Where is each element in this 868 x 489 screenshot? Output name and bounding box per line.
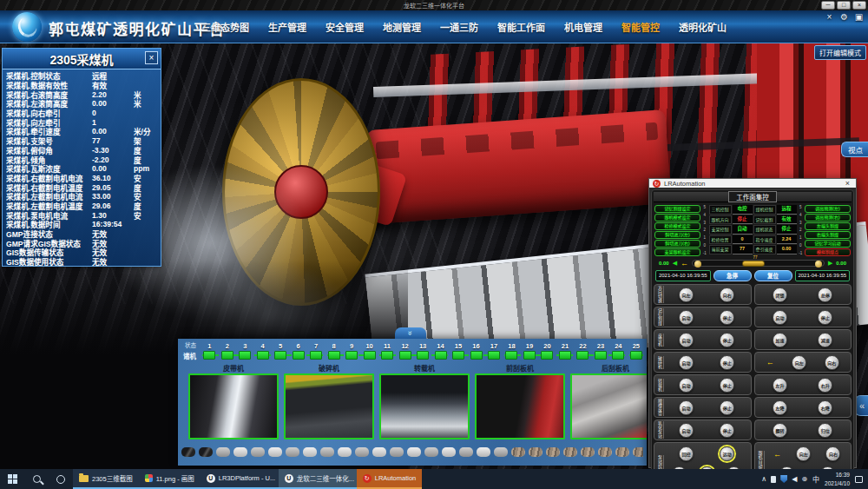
filmstrip-frame[interactable]	[216, 447, 230, 457]
filmstrip-frame[interactable]	[633, 447, 643, 457]
control-button[interactable]: 向左	[679, 287, 694, 302]
taskbar-item[interactable]: 2305三维截图	[73, 469, 139, 489]
control-button[interactable]: 远动	[720, 446, 734, 461]
filmstrip-frame[interactable]	[442, 447, 456, 457]
mode-button[interactable]: 检修模式设定	[654, 222, 700, 230]
filmstrip-frame[interactable]	[338, 447, 352, 457]
camera-feed[interactable]	[570, 373, 647, 439]
camera-feed[interactable]	[379, 373, 470, 439]
filmstrip-frame[interactable]	[459, 447, 473, 457]
filmstrip-frame[interactable]	[581, 447, 595, 457]
nav-item[interactable]: 智能工作面	[497, 20, 545, 34]
control-button[interactable]: 停止	[720, 378, 734, 393]
control-button[interactable]: 启动	[679, 333, 694, 347]
control-button[interactable]: 总停	[818, 287, 832, 302]
control-button[interactable]: 向左	[792, 355, 806, 370]
control-button[interactable]: 停止	[720, 333, 734, 347]
taskbar-item[interactable]: ↻LRAutomation	[357, 469, 423, 489]
control-button[interactable]: 闭锁	[773, 287, 787, 302]
window-titlebar[interactable]: 龙软二三维一体化平台 ─ □ ×	[0, 0, 868, 10]
restore-icon[interactable]: ▣	[853, 12, 865, 22]
control-button[interactable]: 回控	[679, 446, 694, 461]
defender-shield-icon[interactable]	[780, 475, 787, 483]
control-button[interactable]: 停止	[720, 310, 734, 325]
mode-button[interactable]: 支架跟机设定	[654, 248, 700, 256]
volume-icon[interactable]: ◀	[792, 475, 797, 483]
mode-button[interactable]: 调高预测(右)	[805, 214, 851, 221]
mode-button[interactable]: 跟机模式设定	[654, 214, 700, 221]
filmstrip-frame[interactable]	[598, 447, 612, 457]
gear-icon[interactable]: ⚙	[838, 12, 850, 22]
control-button[interactable]: 加速	[773, 333, 787, 347]
control-button[interactable]: 启动	[679, 378, 694, 393]
filmstrip-frame[interactable]	[320, 447, 334, 457]
filmstrip-frame[interactable]	[563, 447, 577, 457]
control-button[interactable]: 翻转	[773, 423, 787, 438]
action-center-icon[interactable]	[855, 476, 863, 483]
tools-icon[interactable]: ×	[824, 12, 835, 22]
filmstrip-frame[interactable]	[372, 447, 386, 457]
control-button[interactable]: 左降	[773, 400, 787, 415]
filmstrip-frame[interactable]	[390, 447, 404, 457]
camera-feed[interactable]	[475, 373, 565, 439]
control-button[interactable]: 向右	[720, 287, 734, 302]
filmstrip-frame[interactable]	[424, 447, 438, 457]
filmstrip-frame[interactable]	[494, 447, 508, 457]
camera-feed[interactable]	[284, 373, 374, 439]
cortana-button[interactable]	[49, 469, 73, 489]
camera-feed[interactable]	[188, 373, 279, 439]
filmstrip-frame[interactable]	[181, 447, 195, 457]
control-button[interactable]: 停止	[818, 310, 832, 325]
filmstrip-frame[interactable]	[286, 447, 299, 457]
control-button[interactable]: 右降	[818, 400, 832, 415]
control-button[interactable]: 右升	[818, 378, 832, 393]
filmstrip-frame[interactable]	[407, 447, 421, 457]
mode-button[interactable]: 调高预测(左)	[805, 205, 851, 213]
taskbar-item[interactable]: 11.png - 画图	[139, 469, 201, 489]
nav-item[interactable]: 机电管理	[564, 20, 602, 34]
control-button[interactable]: 停止	[720, 355, 734, 370]
filmstrip-frame[interactable]	[303, 447, 317, 457]
control-button[interactable]: 停止	[720, 400, 734, 415]
nav-item[interactable]: 安全管理	[326, 20, 364, 34]
control-button[interactable]: 归位	[818, 423, 832, 438]
control-button[interactable]: 向右	[825, 446, 840, 461]
simulate-cut-button[interactable]: 模拟割煤点	[805, 248, 851, 256]
clock[interactable]: 16:39 2021/4/10	[825, 471, 850, 486]
control-button[interactable]: 启动	[679, 355, 694, 370]
control-button[interactable]: 停止	[720, 423, 734, 438]
filmstrip-frame[interactable]	[615, 447, 629, 457]
chevron-up-icon[interactable]: ∧	[761, 475, 766, 483]
timeline-filmstrip[interactable]	[181, 445, 643, 459]
nav-item[interactable]: 透明化矿山	[679, 20, 727, 34]
control-button[interactable]: 左升	[773, 378, 787, 393]
nav-item[interactable]: 地测管理	[383, 20, 421, 34]
filmstrip-frame[interactable]	[546, 447, 560, 457]
nav-item[interactable]: 智能管控	[621, 20, 660, 34]
control-button[interactable]: 启动	[679, 310, 694, 325]
mode-button[interactable]: 左端头割煤	[805, 222, 851, 230]
shearer-position-slider[interactable]: 77	[692, 260, 825, 267]
mode-button[interactable]: 记忆学习启动	[805, 240, 851, 248]
control-button[interactable]: 启动	[679, 423, 694, 438]
filmstrip-frame[interactable]	[233, 447, 247, 457]
nav-item[interactable]: 生产管理	[268, 20, 306, 34]
minimize-button[interactable]: ─	[821, 1, 835, 10]
search-button[interactable]	[24, 469, 49, 489]
reset-button[interactable]: 复位	[754, 270, 792, 281]
maximize-button[interactable]: □	[837, 1, 851, 10]
taskbar-item[interactable]: ULR3DPlatform - U...	[201, 469, 279, 489]
lrautomation-titlebar[interactable]: ↻ LRAutomation ×	[649, 179, 856, 188]
collapse-camera-panel-button[interactable]: «	[395, 327, 426, 339]
mode-button[interactable]: 右端头割煤	[805, 231, 851, 239]
filmstrip-frame[interactable]	[199, 447, 213, 457]
filmstrip-frame[interactable]	[511, 447, 525, 457]
control-button[interactable]: 向右	[825, 355, 839, 370]
start-button[interactable]	[0, 469, 24, 489]
filmstrip-frame[interactable]	[477, 447, 490, 457]
control-button[interactable]: 启动	[773, 310, 787, 325]
filmstrip-frame[interactable]	[268, 447, 282, 457]
ime-indicator[interactable]: 中	[812, 474, 819, 484]
control-button[interactable]: 向左	[796, 446, 811, 461]
control-button[interactable]: 启动	[679, 400, 694, 415]
